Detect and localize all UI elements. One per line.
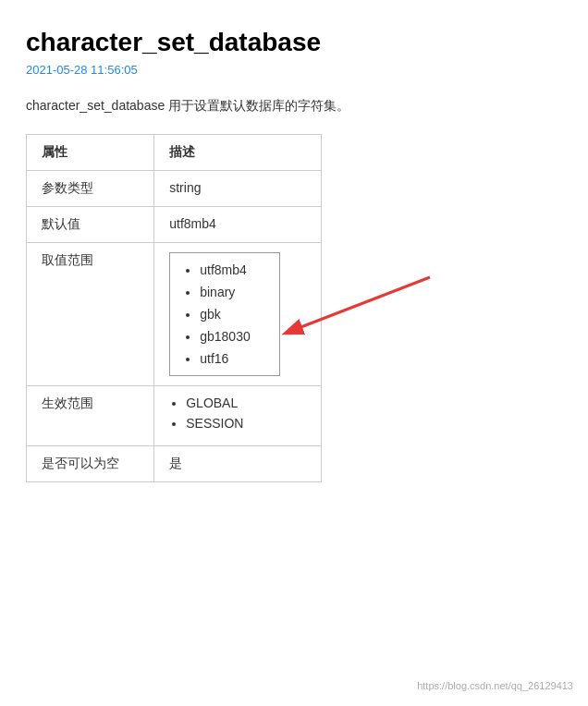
page-date: 2021-05-28 11:56:05 [26,63,560,77]
list-item: GLOBAL [186,396,306,410]
list-item: SESSION [186,416,306,431]
table-row: 是否可以为空 是 [27,446,322,482]
svg-line-1 [287,277,430,333]
value-param-type: string [154,171,322,207]
table-header-row: 属性 描述 [27,135,322,171]
table-row: 默认值 utf8mb4 [27,207,322,243]
table-row: 生效范围 GLOBAL SESSION [27,386,322,446]
attr-param-type: 参数类型 [27,171,154,207]
arrow-indicator [250,273,435,347]
value-scope: GLOBAL SESSION [154,386,322,446]
attr-scope: 生效范围 [27,386,154,446]
description: character_set_database 用于设置默认数据库的字符集。 [26,95,560,116]
attr-default: 默认值 [27,207,154,243]
list-item: utf16 [200,351,266,366]
table-row: 参数类型 string [27,171,322,207]
scope-list: GLOBAL SESSION [169,396,306,431]
col-header-attr: 属性 [27,135,154,171]
col-header-desc: 描述 [154,135,322,171]
page-title: character_set_database [26,28,560,57]
value-nullable: 是 [154,446,322,482]
attr-nullable: 是否可以为空 [27,446,154,482]
value-default: utf8mb4 [154,207,322,243]
watermark: https://blog.csdn.net/qq_26129413 [417,680,573,691]
attr-range: 取值范围 [27,243,154,386]
